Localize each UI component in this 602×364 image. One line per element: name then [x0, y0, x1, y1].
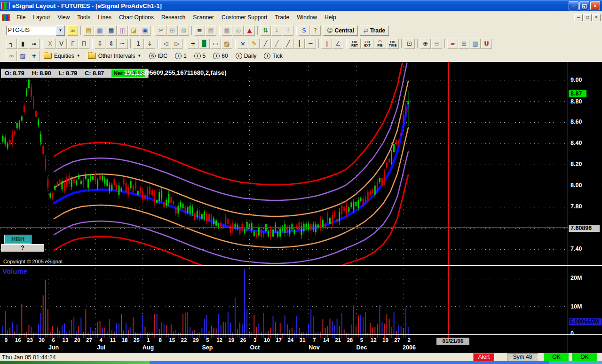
step-chart-button[interactable]: Γ [67, 39, 78, 49]
fib-arc-button[interactable]: ◠FIB [374, 39, 386, 49]
interval-5min[interactable]: I5 [194, 53, 206, 59]
reset-scale-button[interactable]: ▭ [210, 39, 221, 49]
cut-button[interactable]: ✂ [156, 25, 166, 36]
toolbar-grip[interactable] [2, 26, 4, 35]
menu-view[interactable]: View [54, 13, 73, 22]
symbol-input[interactable]: PTC-LIS [6, 26, 56, 35]
renko-chart-button[interactable]: Π [79, 39, 89, 49]
context-help-button[interactable]: ? [310, 25, 321, 36]
playback-forward-button[interactable]: ▷ [172, 39, 182, 49]
bar-colors-button[interactable]: ▉ [199, 39, 210, 49]
copy-button[interactable]: ⊞ [167, 25, 178, 36]
layout-notes-button[interactable]: ▥ [470, 39, 481, 49]
interval-tick[interactable]: ITick [264, 53, 283, 59]
point-figure-button[interactable]: X [45, 39, 55, 49]
interval-daily[interactable]: IDaily [236, 53, 257, 59]
menu-research[interactable]: Research [158, 13, 189, 22]
zoom-out-button[interactable]: ⊖ [431, 39, 442, 49]
mdi-minimize-button[interactable]: – [574, 14, 583, 21]
add-symbol-button[interactable]: + [29, 51, 40, 61]
fit-studies-button[interactable]: ↕ [95, 39, 105, 49]
spike-chart-button[interactable]: V [56, 39, 67, 49]
copy-drawing-button[interactable]: ⊡ [404, 39, 415, 49]
menu-trade[interactable]: Trade [271, 13, 293, 22]
sort-symbols-button[interactable]: ⇅ [260, 25, 271, 36]
restore-button[interactable]: ◱ [579, 1, 589, 10]
options-window-button[interactable]: ◫ [117, 25, 128, 36]
trendline-button[interactable]: ╱ [260, 39, 271, 49]
page-link-button[interactable]: ∞ [6, 51, 17, 61]
alarm-bell-button[interactable]: ! [283, 25, 293, 36]
shift-chart-button[interactable]: 1 [133, 39, 144, 49]
minimize-button[interactable]: – [569, 1, 578, 10]
print-preview-button[interactable]: ▤ [206, 25, 216, 36]
news-window-button[interactable]: ◎ [233, 25, 244, 36]
hbh-study-button[interactable]: HBH [4, 235, 32, 244]
zoom-in-button[interactable]: ⊕ [420, 39, 431, 49]
bar-spacing-button[interactable]: ↓ [144, 39, 155, 49]
equities-menu[interactable]: Equities▼ [44, 53, 80, 59]
menu-layout[interactable]: Layout [29, 13, 54, 22]
chart-window-button[interactable]: ▦ [106, 25, 117, 36]
symbol-combo[interactable]: PTC-LIS ▼ [6, 25, 65, 36]
interval-source-idc[interactable]: SIDC [149, 53, 167, 59]
candle-style-button[interactable]: ▮ [17, 39, 28, 49]
esignal-search-button[interactable]: S [299, 25, 309, 36]
pane-divider[interactable] [0, 265, 602, 266]
crosshair-button[interactable]: + [188, 39, 198, 49]
trade-button[interactable]: ⇄ Trade [360, 25, 389, 36]
page-components-button[interactable]: ▥ [95, 25, 105, 36]
paste-button[interactable]: ⊠ [178, 25, 189, 36]
alert-status-badge[interactable]: Alert [473, 353, 495, 361]
menu-help[interactable]: Help [321, 13, 340, 22]
price-chart-canvas[interactable] [0, 62, 568, 353]
menu-tools[interactable]: Tools [73, 13, 94, 22]
menu-file[interactable]: File [13, 13, 29, 22]
menu-lines[interactable]: Lines [94, 13, 115, 22]
interval-1min[interactable]: I1 [175, 53, 187, 59]
delete-tool-button[interactable]: × [238, 39, 248, 49]
new-page-button[interactable]: ▤ [83, 25, 94, 36]
pencil-tool-button[interactable]: ✎ [249, 39, 260, 49]
menu-scanner[interactable]: Scanner [189, 13, 218, 22]
mdi-restore-button[interactable]: □ [583, 14, 592, 21]
vertical-line-button[interactable]: ┃ [294, 39, 305, 49]
fib-extension-button[interactable]: FIBEXT [361, 39, 373, 49]
menu-customer-support[interactable]: Customer Support [218, 13, 271, 22]
page-notes-button[interactable]: ▨ [17, 51, 28, 61]
mdi-close-button[interactable]: × [592, 14, 601, 21]
fib-retracement-button[interactable]: FIBRET [349, 39, 361, 49]
compress-scale-button[interactable]: ⇕ [106, 39, 117, 49]
line-style-button[interactable]: ≈ [29, 39, 40, 49]
bar-style-button[interactable]: ┐ [6, 39, 17, 49]
parallel-lines-button[interactable]: ∥ [321, 39, 332, 49]
chevron-down-icon[interactable]: ▼ [56, 25, 65, 36]
symbol-link-button[interactable]: ∞ [67, 25, 78, 36]
title-bar[interactable]: eSignal Layout - FUTURES - [eSignal ProA… [0, 0, 602, 11]
save-page-button[interactable]: ▣ [140, 25, 150, 36]
ray-line-button[interactable]: ╱ [271, 39, 282, 49]
underline-button[interactable]: U [481, 39, 492, 49]
eraser-button[interactable]: ▰ [447, 39, 458, 49]
wave-tool-button[interactable]: ∽ [117, 39, 128, 49]
help-button[interactable]: ? [1, 244, 44, 252]
other-intervals-menu[interactable]: Other Intervals▼ [88, 53, 142, 59]
alert-list-button[interactable]: ▲ [244, 25, 255, 36]
esignal-central-button[interactable]: ☺ Central [323, 25, 358, 36]
menu-window[interactable]: Window [293, 13, 321, 22]
chart-properties-button[interactable]: ▨ [222, 39, 232, 49]
playback-back-button[interactable]: ◁ [160, 39, 171, 49]
tile-windows-button[interactable]: ⊞ [459, 39, 469, 49]
data-download-button[interactable]: ↓ [271, 25, 282, 36]
print-button[interactable]: ≡ [194, 25, 205, 36]
horizontal-ray-button[interactable]: ━ [305, 39, 316, 49]
toolbar-grip[interactable] [2, 52, 4, 60]
open-page-button[interactable]: ◪ [128, 25, 139, 36]
toolbar-grip[interactable] [2, 40, 4, 48]
menu-chart-options[interactable]: Chart Options [115, 13, 158, 22]
extended-line-button[interactable]: ╱ [283, 39, 293, 49]
time-sales-button[interactable]: ▦ [222, 25, 232, 36]
close-button[interactable]: × [590, 1, 600, 10]
fib-time-button[interactable]: FIBTIME [387, 39, 399, 49]
fan-lines-button[interactable]: ∠ [333, 39, 343, 49]
